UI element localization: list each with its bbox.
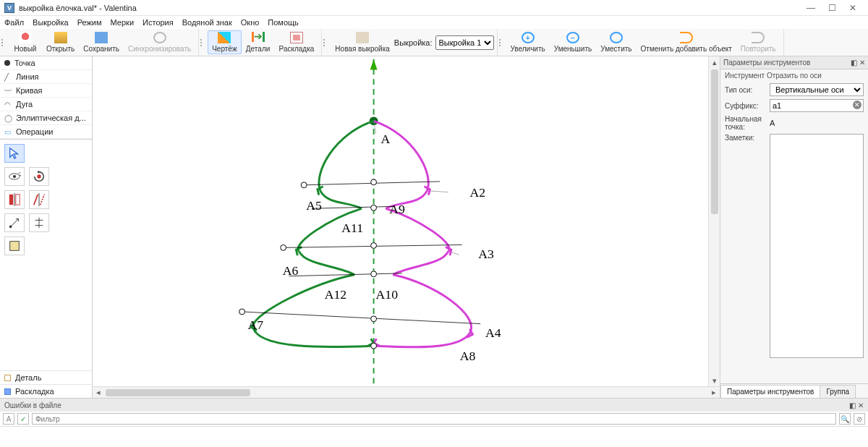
menu-pattern[interactable]: Выкройка	[33, 18, 69, 27]
tool-description: Инструмент Отразить по оси	[720, 69, 868, 82]
curve-icon: 〰	[4, 87, 12, 95]
pattern-select[interactable]: Выкройка 1	[435, 35, 494, 50]
mode-layout-button[interactable]: Раскладка	[275, 30, 319, 54]
svg-line-20	[312, 206, 395, 208]
errors-title: Ошибки в файле	[4, 401, 61, 409]
panel-float-icon[interactable]: ◧	[851, 59, 857, 67]
tool-mirror-line[interactable]	[4, 190, 25, 209]
axis-arrow-icon	[370, 59, 378, 70]
cat-line[interactable]: ╱Линия	[0, 70, 92, 84]
save-button[interactable]: Сохранить	[79, 30, 124, 54]
svg-point-26	[371, 243, 377, 249]
svg-text:A11: A11	[341, 221, 363, 235]
redo-button: Повторить	[736, 30, 780, 54]
filter-case-icon[interactable]: A	[3, 413, 14, 425]
tool-group[interactable]	[4, 237, 25, 255]
toolbar-grip[interactable]	[200, 29, 203, 56]
tool-move[interactable]	[4, 213, 25, 232]
scroll-down-icon[interactable]: ▾	[709, 375, 720, 386]
menu-help[interactable]: Помощь	[268, 18, 299, 27]
svg-text:A10: A10	[376, 287, 399, 302]
close-button[interactable]: ✕	[849, 3, 856, 13]
svg-point-1	[13, 175, 16, 178]
filter-regex-icon[interactable]: ✓	[17, 413, 29, 425]
menu-history[interactable]: История	[142, 18, 174, 27]
suffix-input[interactable]	[770, 99, 864, 112]
tool-eye[interactable]	[4, 167, 25, 186]
main-toolbar: Новый Открыть Сохранить Синхронизировать…	[0, 29, 868, 56]
svg-point-27	[371, 271, 377, 277]
menu-window[interactable]: Окно	[241, 18, 260, 27]
arc-icon: ◠	[4, 101, 12, 108]
svg-text:A2: A2	[469, 185, 485, 200]
minimize-button[interactable]: —	[807, 3, 815, 13]
cat-point[interactable]: Точка	[0, 56, 92, 70]
scroll-thumb[interactable]	[106, 389, 250, 396]
zoom-fit-button[interactable]: Уместить	[596, 30, 636, 54]
menu-watermark[interactable]: Водяной знак	[182, 18, 232, 27]
drawing-canvas[interactable]: A A1 A2 A3 A4 A8 A9 A10 A11 A12 A5 A6 A7	[93, 56, 708, 386]
tool-pointer[interactable]	[4, 144, 25, 163]
menu-mode[interactable]: Режим	[77, 18, 102, 27]
cat-detail[interactable]: Деталь	[0, 370, 92, 384]
tool-mirror-axis[interactable]	[29, 190, 49, 209]
sync-button: Синхронизировать	[124, 30, 195, 54]
operations-icon: ▭	[4, 128, 12, 136]
filter-clear-icon[interactable]: ⊘	[854, 413, 865, 425]
axis-type-select[interactable]: Вертикальные оси	[770, 83, 864, 96]
scroll-up-icon[interactable]: ▴	[709, 56, 720, 68]
tool-rotation[interactable]	[29, 167, 49, 186]
svg-line-2	[19, 172, 20, 174]
svg-text:A12: A12	[325, 287, 346, 302]
new-button[interactable]: Новый	[9, 30, 42, 54]
new-pattern-button[interactable]: Новая выкройка	[331, 30, 393, 54]
layout-icon	[4, 388, 11, 395]
toolbar-grip[interactable]	[499, 29, 502, 56]
notes-textarea[interactable]	[770, 134, 864, 358]
window-title: выкройка ёлочка.val* - Valentina	[19, 4, 137, 12]
clear-suffix-icon[interactable]: ✕	[853, 101, 861, 109]
cat-arc[interactable]: ◠Дуга	[0, 98, 92, 111]
point-icon	[4, 60, 10, 66]
filter-search-icon[interactable]: 🔍	[839, 413, 851, 425]
scroll-right-icon[interactable]: ▸	[708, 388, 720, 397]
svg-point-28	[371, 316, 377, 322]
menu-measurements[interactable]: Мерки	[111, 18, 134, 27]
filter-input[interactable]	[32, 413, 836, 425]
tab-tool-properties[interactable]: Параметры инструментов	[720, 385, 820, 398]
mode-draft-button[interactable]: Чертёж	[208, 30, 241, 54]
tab-group[interactable]: Группа	[820, 385, 856, 398]
panel-close-icon[interactable]: ✕	[858, 401, 864, 409]
undo-button[interactable]: Отменить добавить объект	[637, 30, 736, 54]
errors-panel: Ошибки в файле ◧ ✕ A ✓ 🔍 ⊘	[0, 398, 868, 447]
vertical-scrollbar[interactable]: ▴ ▾	[708, 56, 720, 386]
pattern-selector: Выкройка: Выкройка 1	[394, 35, 494, 50]
svg-text:A4: A4	[485, 325, 501, 340]
menu-file[interactable]: Файл	[4, 18, 24, 27]
right-half-curve	[374, 121, 473, 347]
mode-details-button[interactable]: ➔Детали	[242, 30, 275, 54]
pattern-label: Выкройка:	[394, 38, 433, 47]
panel-float-icon[interactable]: ◧	[849, 401, 856, 409]
detail-icon	[4, 375, 11, 381]
svg-rect-5	[9, 195, 13, 205]
toolbar-grip[interactable]	[1, 29, 4, 56]
toolbar-grip[interactable]	[323, 29, 326, 56]
svg-text:A3: A3	[478, 247, 494, 261]
zoom-out-button[interactable]: Уменьшить	[550, 30, 596, 54]
cat-curve[interactable]: 〰Кривая	[0, 84, 92, 98]
open-button[interactable]: Открыть	[42, 30, 79, 54]
cat-layout-bottom[interactable]: Раскладка	[0, 384, 92, 398]
cat-operations[interactable]: ▭Операции	[0, 125, 92, 139]
scroll-left-icon[interactable]: ◂	[93, 388, 104, 397]
panel-close-icon[interactable]: ✕	[859, 59, 865, 67]
cat-elliptical[interactable]: ◯Эллиптическая д...	[0, 111, 92, 125]
canvas-area[interactable]: A A1 A2 A3 A4 A8 A9 A10 A11 A12 A5 A6 A7…	[93, 56, 720, 398]
zoom-in-button[interactable]: Увеличить	[506, 30, 550, 54]
horizontal-scrollbar[interactable]: ◂ ▸	[93, 386, 720, 398]
svg-point-31	[281, 244, 286, 250]
svg-point-32	[239, 309, 245, 315]
tool-truedarts[interactable]	[29, 213, 49, 232]
scroll-thumb[interactable]	[711, 69, 718, 214]
maximize-button[interactable]: ☐	[828, 3, 836, 13]
